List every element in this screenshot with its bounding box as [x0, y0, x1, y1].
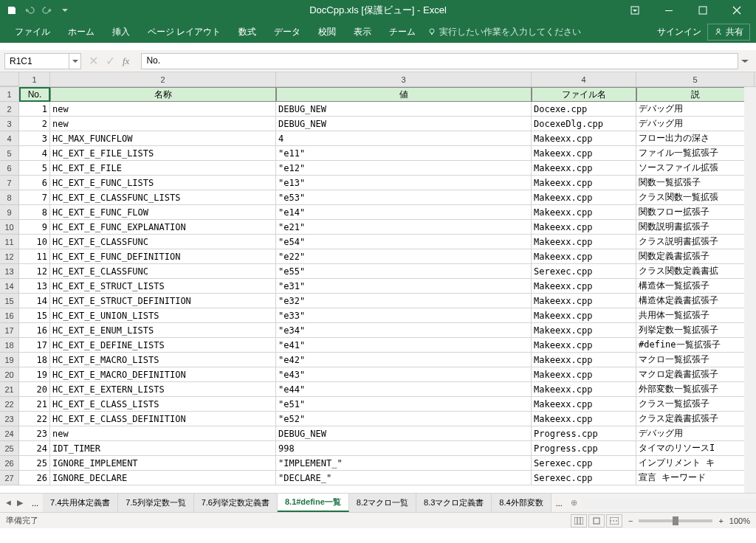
col-header[interactable]: 2	[50, 72, 276, 86]
cell[interactable]: HC_EXT_E_FILE_LISTS	[50, 146, 276, 161]
cancel-icon[interactable]: ✕	[89, 54, 98, 68]
cell[interactable]: HC_EXT_E_UNION_LISTS	[50, 308, 276, 323]
tab-nav[interactable]: ◄ ▶	[0, 498, 27, 508]
cell[interactable]: new	[50, 426, 276, 441]
cell[interactable]: インプリメント キ	[636, 456, 755, 471]
row-header[interactable]: 22	[0, 397, 19, 412]
cell[interactable]: 3	[19, 131, 50, 146]
cell[interactable]: 外部変数一覧拡張子	[636, 382, 755, 397]
cell[interactable]: 13	[19, 279, 50, 294]
cell[interactable]: 16	[19, 323, 50, 338]
cell[interactable]: IGNORE_DECLARE	[50, 471, 276, 485]
cell[interactable]: Docexe.cpp	[532, 102, 636, 117]
view-page-break-icon[interactable]	[606, 514, 622, 528]
cell[interactable]: 1	[19, 102, 50, 117]
formula-expand-icon[interactable]	[738, 53, 752, 69]
row-header[interactable]: 21	[0, 382, 19, 397]
cell[interactable]: 構造体一覧拡張子	[636, 279, 755, 294]
zoom-in-button[interactable]: +	[718, 516, 723, 525]
cell[interactable]: Makeexx.cpp	[532, 161, 636, 176]
cell[interactable]: Makeexx.cpp	[532, 146, 636, 161]
cell[interactable]: HC_EXT_E_STRUCT_DEFINITION	[50, 294, 276, 308]
cell[interactable]: "e22"	[276, 249, 532, 264]
cell[interactable]: "e12"	[276, 161, 532, 176]
cell[interactable]: Makeexx.cpp	[532, 205, 636, 220]
cell[interactable]: ファイル一覧拡張子	[636, 146, 755, 161]
header-cell[interactable]: 説	[636, 87, 755, 102]
cell[interactable]: Makeexx.cpp	[532, 397, 636, 412]
cell[interactable]: Progress.cpp	[532, 441, 636, 456]
cell[interactable]: new	[50, 117, 276, 131]
cell[interactable]: "e52"	[276, 412, 532, 426]
ribbon-tab[interactable]: ページ レイアウト	[139, 21, 230, 43]
cell[interactable]: 25	[19, 456, 50, 471]
cell[interactable]: 17	[19, 338, 50, 353]
cell[interactable]: 関数説明書拡張子	[636, 220, 755, 235]
vertical-scrollbar[interactable]	[744, 87, 756, 493]
save-icon[interactable]	[6, 4, 18, 16]
cell[interactable]: DocexeDlg.cpp	[532, 117, 636, 131]
cell[interactable]: HC_EXT_E_STRUCT_LISTS	[50, 279, 276, 294]
row-header[interactable]: 14	[0, 279, 19, 294]
cell[interactable]: 18	[19, 353, 50, 367]
cell[interactable]: HC_EXT_E_ENUM_LISTS	[50, 323, 276, 338]
col-header[interactable]: 4	[532, 72, 636, 86]
cell[interactable]: 19	[19, 367, 50, 382]
ribbon-options-icon[interactable]	[619, 0, 651, 21]
cell[interactable]: HC_MAX_FUNCFLOW	[50, 131, 276, 146]
zoom-slider[interactable]	[639, 519, 712, 522]
name-box[interactable]: R1C1	[4, 53, 69, 69]
cell[interactable]: 998	[276, 441, 532, 456]
sheet-tab[interactable]: 7.6列挙定数定義書	[194, 494, 278, 512]
cell[interactable]: 構造体定義書拡張子	[636, 294, 755, 308]
tab-nav-prev-icon[interactable]: ◄	[4, 498, 13, 508]
minimize-button[interactable]	[653, 0, 685, 21]
cell[interactable]: クラス関数一覧拡張	[636, 190, 755, 205]
cell[interactable]: DEBUG_NEW	[276, 102, 532, 117]
cell[interactable]: DEBUG_NEW	[276, 117, 532, 131]
enter-icon[interactable]: ✓	[106, 54, 115, 68]
col-header[interactable]: 1	[19, 72, 50, 86]
row-header[interactable]: 6	[0, 161, 19, 176]
row-header[interactable]: 1	[0, 87, 19, 102]
row-header[interactable]: 4	[0, 131, 19, 146]
cell[interactable]: 10	[19, 235, 50, 249]
cell[interactable]: 関数定義書拡張子	[636, 249, 755, 264]
row-header[interactable]: 10	[0, 220, 19, 235]
cell[interactable]: Makeexx.cpp	[532, 367, 636, 382]
cell[interactable]: 列挙定数一覧拡張子	[636, 323, 755, 338]
cell[interactable]: 6	[19, 176, 50, 190]
cell[interactable]: 宣言 キーワード	[636, 471, 755, 485]
row-header[interactable]: 19	[0, 353, 19, 367]
col-header[interactable]: 3	[276, 72, 532, 86]
view-normal-icon[interactable]	[571, 514, 587, 528]
tell-me-search[interactable]: 実行したい作業を入力してください	[427, 26, 581, 38]
cell[interactable]: フロー出力の深さ	[636, 131, 755, 146]
name-box-dropdown[interactable]	[69, 53, 81, 69]
row-header[interactable]: 5	[0, 146, 19, 161]
cell[interactable]: デバッグ用	[636, 426, 755, 441]
cell[interactable]: DEBUG_NEW	[276, 426, 532, 441]
cell[interactable]: 12	[19, 264, 50, 279]
select-all-corner[interactable]	[0, 72, 19, 86]
redo-icon[interactable]	[41, 4, 53, 16]
cell[interactable]: IGNORE_IMPLEMENT	[50, 456, 276, 471]
cell[interactable]: Makeexx.cpp	[532, 308, 636, 323]
cell[interactable]: HC_EXT_E_EXTERN_LISTS	[50, 382, 276, 397]
cell[interactable]: タイマのリソースI	[636, 441, 755, 456]
row-header[interactable]: 8	[0, 190, 19, 205]
header-cell[interactable]: 名称	[50, 87, 276, 102]
cell[interactable]: Makeexx.cpp	[532, 249, 636, 264]
cell[interactable]: "e31"	[276, 279, 532, 294]
cell[interactable]: Makeexx.cpp	[532, 176, 636, 190]
cell[interactable]: HC_EXT_E_FUNC_FLOW	[50, 205, 276, 220]
zoom-out-button[interactable]: −	[628, 516, 633, 525]
cell[interactable]: Makeexx.cpp	[532, 323, 636, 338]
row-header[interactable]: 18	[0, 338, 19, 353]
undo-icon[interactable]	[24, 4, 35, 16]
cell[interactable]: "e34"	[276, 323, 532, 338]
cell[interactable]: Makeexx.cpp	[532, 279, 636, 294]
row-header[interactable]: 20	[0, 367, 19, 382]
cell[interactable]: クラス定義書拡張子	[636, 412, 755, 426]
cell[interactable]: 共用体一覧拡張子	[636, 308, 755, 323]
